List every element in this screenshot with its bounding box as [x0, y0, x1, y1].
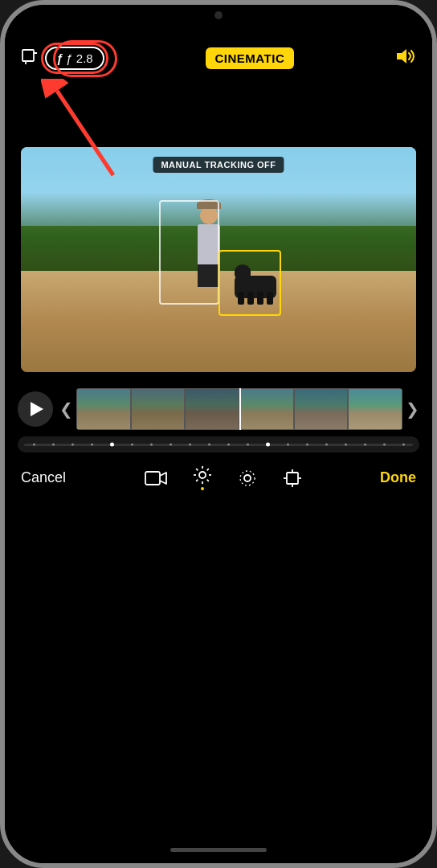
svg-line-14	[206, 469, 208, 470]
scrubber-dot-active	[266, 443, 270, 447]
sun-adjust-tool-button[interactable]	[193, 465, 212, 490]
aperture-value: ƒ 2.8	[66, 51, 92, 65]
cinematic-focus-icon	[238, 469, 257, 488]
cancel-button[interactable]: Cancel	[21, 469, 66, 486]
timeline-section: ❮ ❯	[5, 372, 432, 452]
scrubber-dot	[227, 444, 230, 446]
cinematic-badge[interactable]: CINEMATIC	[206, 47, 295, 69]
scrubber-dot	[33, 444, 35, 446]
video-background: MANUAL TRACKING OFF	[21, 147, 416, 372]
aperture-f-symbol: ƒ	[56, 51, 63, 65]
scrubber-dot	[345, 444, 347, 446]
scrubber-dot	[169, 444, 172, 446]
filmstrip-frame-1	[76, 388, 131, 430]
svg-line-13	[206, 480, 208, 481]
scrubber-dot	[306, 444, 308, 446]
crop-icon	[21, 48, 39, 68]
filmstrip-frame-4	[239, 388, 294, 430]
tool-icons	[145, 465, 302, 490]
svg-rect-6	[145, 472, 160, 485]
sun-adjust-icon	[193, 465, 212, 485]
scrubber-dot	[364, 444, 366, 446]
filmstrip-frame-6	[348, 388, 402, 430]
top-controls: ƒ ƒ 2.8 CINEMATIC	[5, 34, 432, 83]
home-bar	[5, 836, 432, 863]
done-button[interactable]: Done	[380, 469, 416, 486]
svg-line-15	[196, 480, 198, 481]
timeline-scrubber[interactable]	[18, 436, 419, 452]
cinematic-tool-button[interactable]	[238, 469, 257, 488]
scrubber-dot	[71, 444, 74, 446]
top-controls-left: ƒ ƒ 2.8	[21, 47, 104, 70]
svg-point-16	[244, 475, 251, 481]
scrubber-dot	[189, 444, 191, 446]
video-camera-tool-button[interactable]	[145, 469, 167, 488]
scrubber-track	[24, 444, 413, 446]
filmstrip-frame-2	[131, 388, 186, 430]
bottom-toolbar: Cancel	[5, 452, 432, 497]
bottom-area: ❮ ❯	[5, 372, 432, 836]
svg-point-7	[199, 472, 206, 478]
volume-icon[interactable]	[395, 47, 416, 70]
play-icon	[31, 402, 43, 416]
scrubber-dot	[247, 444, 249, 446]
playhead	[239, 388, 241, 430]
phone-frame: ƒ ƒ 2.8 CINEMATIC	[0, 0, 437, 868]
video-camera-icon	[145, 469, 167, 488]
scrubber-dot	[52, 444, 55, 446]
tracking-label: MANUAL TRACKING OFF	[153, 157, 284, 173]
scrubber-dot	[150, 444, 153, 446]
svg-rect-0	[22, 50, 34, 61]
home-indicator	[170, 848, 267, 852]
filmstrip-bracket-right: ❯	[406, 399, 419, 419]
filmstrip-bracket-left: ❮	[59, 399, 73, 419]
play-button[interactable]	[18, 391, 53, 427]
crop-transform-tool-button[interactable]	[283, 469, 302, 488]
scrubber-dot	[383, 444, 386, 446]
filmstrip-frame-3	[185, 388, 239, 430]
svg-line-12	[196, 469, 198, 470]
scrubber-dot	[131, 444, 133, 446]
svg-point-17	[240, 471, 255, 485]
filmstrip-frame-5	[294, 388, 349, 430]
aperture-badge[interactable]: ƒ ƒ 2.8	[45, 47, 104, 70]
scrubber-dot	[208, 444, 210, 446]
svg-marker-3	[397, 49, 406, 63]
front-camera	[214, 11, 223, 19]
filmstrip-container[interactable]	[76, 388, 402, 430]
filmstrip-row: ❮ ❯	[5, 388, 432, 430]
video-preview[interactable]: MANUAL TRACKING OFF	[21, 147, 416, 372]
cinematic-label: CINEMATIC	[215, 51, 285, 65]
scrubber-dot	[325, 444, 328, 446]
scrubber-dot	[91, 444, 93, 446]
person-tracking-box	[159, 200, 219, 305]
phone-top-bar	[5, 5, 432, 34]
arrow-area	[5, 83, 432, 147]
scrubber-dots	[24, 443, 413, 447]
svg-rect-18	[287, 473, 298, 484]
dog-tracking-box	[218, 250, 281, 316]
crop-transform-icon	[283, 469, 302, 488]
scrubber-dot-active	[110, 443, 114, 447]
main-content: ƒ ƒ 2.8 CINEMATIC	[5, 34, 432, 836]
sun-active-dot	[201, 487, 204, 490]
scrubber-dot	[402, 444, 405, 446]
scrubber-dot	[287, 444, 289, 446]
